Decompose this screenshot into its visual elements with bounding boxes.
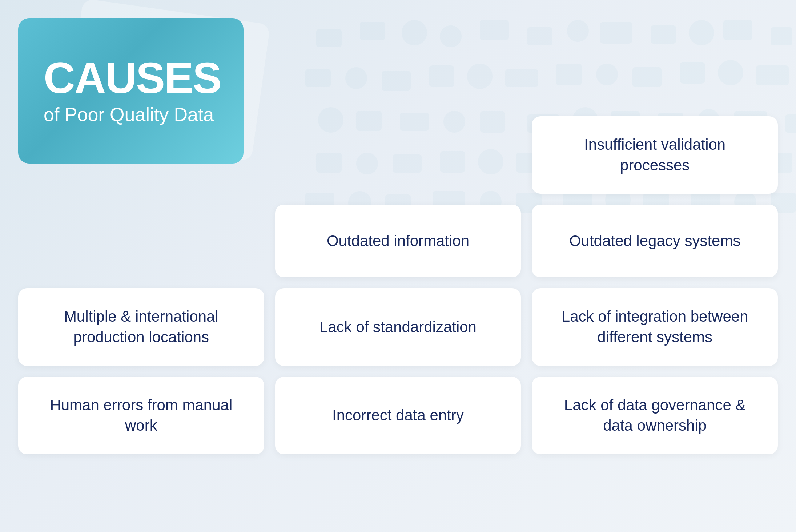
svg-point-22 bbox=[718, 60, 743, 85]
svg-rect-8 bbox=[651, 25, 676, 44]
card-outdated-information: Outdated information bbox=[275, 205, 521, 277]
svg-point-6 bbox=[567, 20, 589, 42]
header-subtitle: of Poor Quality Data bbox=[44, 103, 218, 126]
svg-rect-15 bbox=[429, 65, 454, 87]
svg-rect-7 bbox=[600, 22, 632, 44]
card-incorrect-entry: Incorrect data entry bbox=[275, 377, 521, 454]
svg-rect-20 bbox=[632, 67, 662, 87]
svg-point-9 bbox=[689, 20, 714, 45]
svg-rect-35 bbox=[785, 114, 796, 133]
svg-rect-18 bbox=[556, 64, 582, 85]
svg-rect-4 bbox=[480, 20, 509, 40]
header-card: CAUSES of Poor Quality Data bbox=[18, 18, 244, 164]
card-multiple-locations: Multiple & international production loca… bbox=[18, 288, 264, 366]
card-insufficient-validation: Insufficient validation processes bbox=[532, 116, 778, 194]
card-human-errors: Human errors from manual work bbox=[18, 377, 264, 454]
svg-rect-23 bbox=[756, 65, 789, 85]
svg-rect-14 bbox=[382, 71, 411, 91]
svg-rect-5 bbox=[527, 27, 552, 45]
cards-grid: Insufficient validation processes Outdat… bbox=[18, 116, 778, 454]
svg-rect-11 bbox=[771, 27, 792, 45]
svg-rect-21 bbox=[680, 62, 705, 84]
svg-rect-1 bbox=[360, 22, 385, 40]
svg-rect-12 bbox=[305, 69, 331, 87]
card-lack-integration: Lack of integration between different sy… bbox=[532, 288, 778, 366]
svg-rect-3 bbox=[440, 25, 462, 47]
svg-rect-17 bbox=[505, 69, 538, 87]
svg-point-16 bbox=[467, 64, 493, 89]
svg-point-2 bbox=[402, 20, 427, 45]
header-title: CAUSES bbox=[44, 56, 218, 100]
svg-point-19 bbox=[596, 64, 618, 85]
card-data-governance: Lack of data governance & data ownership bbox=[532, 377, 778, 454]
card-lack-standardization: Lack of standardization bbox=[275, 288, 521, 366]
svg-rect-0 bbox=[316, 29, 342, 47]
svg-rect-10 bbox=[723, 20, 752, 40]
card-outdated-legacy: Outdated legacy systems bbox=[532, 205, 778, 277]
svg-point-13 bbox=[345, 67, 367, 89]
